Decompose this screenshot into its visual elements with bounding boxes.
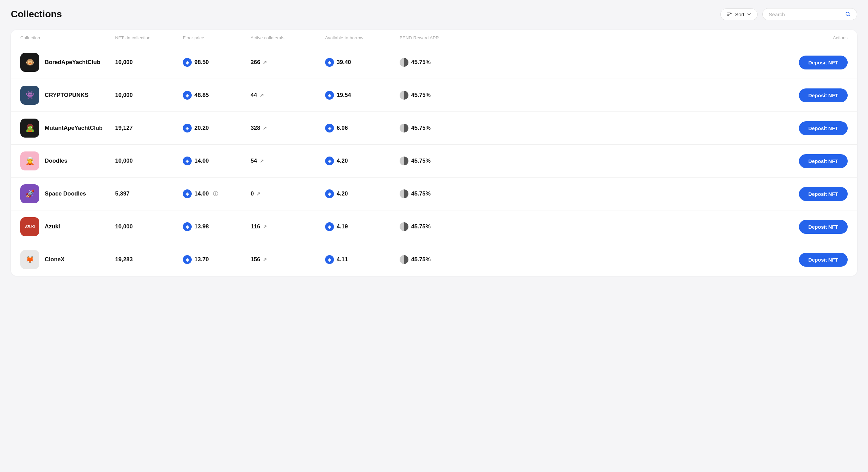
apr-value: 45.75%	[411, 158, 431, 164]
external-link-icon[interactable]: ↗	[263, 257, 267, 262]
nft-count: 10,000	[115, 158, 183, 164]
active-collaterals: 0 ↗	[251, 190, 325, 197]
eth-icon-borrow: ◈	[325, 189, 334, 198]
table-row: AZUKI Azuki 10,000 ◈ 13.98 116 ↗ ◈ 4.19 …	[11, 210, 857, 243]
external-link-icon[interactable]: ↗	[263, 224, 267, 229]
deposit-nft-button[interactable]: Deposit NFT	[799, 253, 848, 267]
col-floor: Floor price	[183, 35, 251, 40]
collection-info: 🧟 MutantApeYachtClub	[20, 119, 115, 138]
available-borrow: ◈ 19.54	[325, 91, 400, 100]
external-link-icon[interactable]: ↗	[260, 158, 264, 164]
collection-name: BoredApeYachtClub	[45, 59, 100, 66]
col-borrow: Available to borrow	[325, 35, 400, 40]
available-borrow: ◈ 4.11	[325, 255, 400, 264]
available-borrow: ◈ 4.20	[325, 157, 400, 165]
eth-icon: ◈	[183, 157, 192, 165]
external-link-icon[interactable]: ↗	[256, 191, 260, 197]
sort-button[interactable]: Sort	[720, 8, 758, 20]
floor-price-value: 20.20	[194, 125, 209, 131]
collection-name: Doodles	[45, 158, 67, 164]
collection-name: CloneX	[45, 256, 65, 263]
collection-info: 🧝 Doodles	[20, 151, 115, 170]
floor-price: ◈ 14.00 ⓘ	[183, 189, 251, 198]
table-body: 🐵 BoredApeYachtClub 10,000 ◈ 98.50 266 ↗…	[11, 46, 857, 276]
active-collaterals: 156 ↗	[251, 256, 325, 263]
table-header: Collection NFTs in collection Floor pric…	[11, 30, 857, 46]
moon-icon	[400, 124, 408, 132]
col-collection: Collection	[20, 35, 115, 40]
collaterals-value: 54	[251, 158, 257, 164]
collection-name: Azuki	[45, 223, 60, 230]
nft-count: 5,397	[115, 190, 183, 197]
actions-cell: Deposit NFT	[474, 121, 848, 135]
bend-reward-apr: 45.75%	[400, 222, 474, 231]
floor-price: ◈ 20.20	[183, 124, 251, 132]
actions-cell: Deposit NFT	[474, 220, 848, 234]
collection-info: 🐵 BoredApeYachtClub	[20, 53, 115, 72]
search-input[interactable]	[769, 12, 842, 17]
apr-value: 45.75%	[411, 125, 431, 131]
active-collaterals: 328 ↗	[251, 125, 325, 131]
table-row: 🐵 BoredApeYachtClub 10,000 ◈ 98.50 266 ↗…	[11, 46, 857, 79]
nft-count: 10,000	[115, 59, 183, 66]
collection-avatar: 🚀	[20, 184, 39, 203]
collaterals-value: 116	[251, 223, 260, 230]
eth-icon-borrow: ◈	[325, 255, 334, 264]
nft-count: 19,127	[115, 125, 183, 131]
eth-icon: ◈	[183, 124, 192, 132]
external-link-icon[interactable]: ↗	[263, 125, 267, 131]
deposit-nft-button[interactable]: Deposit NFT	[799, 154, 848, 168]
actions-cell: Deposit NFT	[474, 154, 848, 168]
collaterals-value: 0	[251, 190, 254, 197]
table-row: 👾 CRYPTOPUNKS 10,000 ◈ 48.85 44 ↗ ◈ 19.5…	[11, 79, 857, 112]
eth-icon-borrow: ◈	[325, 91, 334, 100]
collection-avatar: 🐵	[20, 53, 39, 72]
apr-value: 45.75%	[411, 59, 431, 66]
svg-point-4	[846, 12, 849, 16]
chevron-down-icon	[747, 12, 751, 16]
external-link-icon[interactable]: ↗	[260, 93, 264, 98]
borrow-value: 19.54	[337, 92, 351, 99]
collection-info: 🚀 Space Doodles	[20, 184, 115, 203]
moon-icon	[400, 91, 408, 100]
collection-name: Space Doodles	[45, 190, 86, 197]
floor-price-value: 13.98	[194, 223, 209, 230]
sort-icon	[727, 12, 732, 17]
page-header: Collections Sort	[11, 8, 857, 20]
bend-reward-apr: 45.75%	[400, 124, 474, 132]
collection-avatar: 🦊	[20, 250, 39, 269]
table-row: 🚀 Space Doodles 5,397 ◈ 14.00 ⓘ 0 ↗ ◈ 4.…	[11, 178, 857, 210]
moon-icon	[400, 222, 408, 231]
bend-reward-apr: 45.75%	[400, 255, 474, 264]
external-link-icon[interactable]: ↗	[263, 60, 267, 65]
borrow-value: 4.11	[337, 256, 348, 263]
eth-icon-borrow: ◈	[325, 58, 334, 67]
collaterals-value: 328	[251, 125, 260, 131]
collection-avatar: 🧟	[20, 119, 39, 138]
col-nfts: NFTs in collection	[115, 35, 183, 40]
deposit-nft-button[interactable]: Deposit NFT	[799, 220, 848, 234]
collection-name: CRYPTOPUNKS	[45, 92, 88, 99]
eth-icon-borrow: ◈	[325, 124, 334, 132]
info-icon: ⓘ	[213, 191, 218, 197]
deposit-nft-button[interactable]: Deposit NFT	[799, 56, 848, 69]
available-borrow: ◈ 39.40	[325, 58, 400, 67]
sort-label: Sort	[735, 12, 744, 17]
deposit-nft-button[interactable]: Deposit NFT	[799, 187, 848, 201]
collection-avatar: 🧝	[20, 151, 39, 170]
nft-count: 19,283	[115, 256, 183, 263]
table-row: 🦊 CloneX 19,283 ◈ 13.70 156 ↗ ◈ 4.11 45.…	[11, 243, 857, 276]
collection-avatar: AZUKI	[20, 217, 39, 236]
deposit-nft-button[interactable]: Deposit NFT	[799, 88, 848, 102]
search-box[interactable]	[762, 8, 857, 20]
collection-info: 👾 CRYPTOPUNKS	[20, 86, 115, 105]
available-borrow: ◈ 4.20	[325, 189, 400, 198]
bend-reward-apr: 45.75%	[400, 189, 474, 198]
deposit-nft-button[interactable]: Deposit NFT	[799, 121, 848, 135]
bend-reward-apr: 45.75%	[400, 58, 474, 67]
active-collaterals: 266 ↗	[251, 59, 325, 66]
actions-cell: Deposit NFT	[474, 56, 848, 69]
borrow-value: 6.06	[337, 125, 348, 131]
collection-name: MutantApeYachtClub	[45, 125, 103, 131]
moon-icon	[400, 255, 408, 264]
